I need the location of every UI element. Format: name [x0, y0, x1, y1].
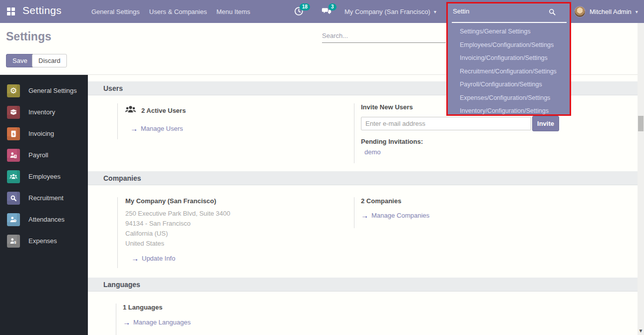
- sidebar-item-invoicing[interactable]: $ Invoicing: [0, 123, 88, 144]
- sidebar-item-general-settings[interactable]: ⚙ General Settings: [0, 80, 88, 101]
- payroll-person-card-icon: $: [7, 149, 20, 162]
- user-menu[interactable]: Mitchell Admin ▾: [574, 0, 638, 23]
- chevron-down-icon: ▾: [636, 9, 638, 14]
- section-header-companies: Companies: [88, 171, 638, 185]
- activities-badge: 18: [300, 3, 310, 10]
- user-name-label: Mitchell Admin: [590, 8, 632, 15]
- search-results-list: Settings/General Settings Employees/Conf…: [448, 25, 570, 118]
- magnifier-icon: [7, 192, 20, 205]
- page-title: Settings: [6, 30, 51, 43]
- scrollbar-thumb[interactable]: [638, 116, 644, 131]
- svg-text:$: $: [14, 155, 16, 158]
- save-button[interactable]: Save: [6, 54, 34, 67]
- update-info-link[interactable]: → Update Info: [131, 255, 327, 262]
- discard-button[interactable]: Discard: [32, 54, 67, 67]
- languages-count: 1 Languages: [123, 304, 325, 311]
- chevron-down-icon: ▾: [434, 9, 436, 14]
- nav-menu: General Settings Users & Companies Menu …: [91, 0, 250, 23]
- search-result-item[interactable]: Expenses/Configuration/Settings: [448, 91, 570, 105]
- manage-users-link[interactable]: → Manage Users: [130, 125, 327, 132]
- user-avatar: [574, 6, 586, 17]
- users-group-icon: [124, 103, 137, 118]
- manage-companies-link[interactable]: → Manage Companies: [361, 212, 504, 219]
- languages-block: 1 Languages → Manage Languages: [116, 304, 325, 335]
- search-result-item[interactable]: Recruitment/Configuration/Settings: [448, 65, 570, 78]
- records-search-input[interactable]: [322, 29, 446, 43]
- active-users-count: 2 Active Users: [141, 107, 186, 114]
- search-result-item[interactable]: Settings/General Settings: [448, 25, 570, 38]
- menu-search-dropdown: Settin Settings/General Settings Employe…: [446, 2, 571, 116]
- companies-count: 2 Companies: [361, 197, 504, 205]
- nav-item-menu-items[interactable]: Menu Items: [216, 8, 250, 15]
- search-result-item[interactable]: Invoicing/Configuration/Settings: [448, 51, 570, 65]
- sidebar-item-expenses[interactable]: $ Expenses: [0, 230, 88, 252]
- invite-button[interactable]: Invite: [532, 116, 559, 131]
- sidebar-item-employees[interactable]: Employees: [0, 166, 88, 187]
- nav-item-general-settings[interactable]: General Settings: [91, 8, 140, 15]
- companies-count-block: 2 Companies → Manage Companies: [354, 197, 504, 228]
- gear-icon: ⚙: [7, 84, 20, 97]
- search-input-underline: [452, 22, 567, 23]
- company-switcher-label: My Company (San Francisco): [344, 8, 430, 15]
- company-name: My Company (San Francisco): [125, 197, 327, 205]
- apps-menu-icon[interactable]: [7, 7, 15, 15]
- pending-user-link[interactable]: demo: [364, 148, 589, 156]
- sidebar-item-payroll[interactable]: $ Payroll: [0, 144, 88, 166]
- svg-text:$: $: [14, 240, 16, 244]
- menu-search-input[interactable]: Settin: [453, 7, 469, 15]
- sidebar-item-inventory[interactable]: Inventory: [0, 101, 88, 123]
- nav-item-users-companies[interactable]: Users & Companies: [149, 8, 207, 15]
- manage-languages-link[interactable]: → Manage Languages: [123, 319, 325, 326]
- sidebar-item-recruitment[interactable]: Recruitment: [0, 187, 88, 209]
- section-header-languages: Languages: [88, 278, 638, 292]
- search-icon[interactable]: [548, 8, 556, 18]
- arrow-right-icon: →: [130, 125, 138, 132]
- expenses-person-dollar-icon: $: [7, 235, 20, 248]
- pending-invitations-label: Pending Invitations:: [361, 138, 589, 145]
- search-result-item[interactable]: Employees/Configuration/Settings: [448, 38, 570, 52]
- arrow-right-icon: →: [361, 212, 368, 219]
- invite-email-input[interactable]: [361, 117, 531, 130]
- active-users-block: 2 Active Users → Manage Users: [117, 103, 327, 139]
- company-info-block: My Company (San Francisco) 250 Executive…: [117, 197, 327, 268]
- company-switcher[interactable]: My Company (San Francisco) ▾: [344, 0, 436, 23]
- app-brand-title[interactable]: Settings: [22, 4, 61, 16]
- messages-badge: 3: [328, 3, 336, 10]
- vertical-scrollbar[interactable]: ▼: [638, 23, 644, 335]
- arrow-right-icon: →: [131, 255, 139, 262]
- settings-sidebar: ⚙ General Settings Inventory $ Invoicing…: [0, 75, 88, 335]
- open-box-icon: [7, 106, 20, 119]
- employees-group-icon: [7, 170, 20, 183]
- attendance-person-clock-icon: [7, 213, 20, 226]
- arrow-right-icon: →: [123, 319, 130, 326]
- scrollbar-down-arrow[interactable]: ▼: [638, 328, 644, 334]
- sidebar-item-attendances[interactable]: Attendances: [0, 209, 88, 230]
- search-result-item[interactable]: Payroll/Configuration/Settings: [448, 78, 570, 91]
- company-address: 250 Executive Park Blvd, Suite 3400 9413…: [125, 209, 327, 249]
- invoice-document-icon: $: [7, 127, 20, 140]
- search-result-item[interactable]: Inventory/Configuration/Settings: [448, 104, 570, 118]
